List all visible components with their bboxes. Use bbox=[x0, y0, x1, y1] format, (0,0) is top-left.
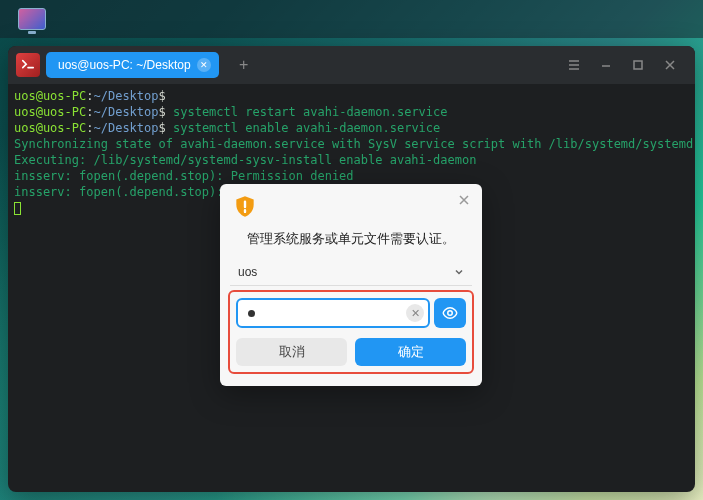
dialog-buttons: 取消 确定 bbox=[236, 338, 466, 366]
terminal-output: Executing: /lib/systemd/systemd-sysv-ins… bbox=[14, 152, 689, 168]
cancel-button[interactable]: 取消 bbox=[236, 338, 347, 366]
desktop-taskbar bbox=[0, 0, 703, 38]
tab-active[interactable]: uos@uos-PC: ~/Desktop ✕ bbox=[46, 52, 219, 78]
desktop-app-icon[interactable] bbox=[18, 8, 46, 30]
close-icon[interactable] bbox=[663, 58, 677, 72]
titlebar: uos@uos-PC: ~/Desktop ✕ + bbox=[8, 46, 695, 84]
minimize-icon[interactable] bbox=[599, 58, 613, 72]
clear-input-icon[interactable]: ✕ bbox=[406, 304, 424, 322]
cursor bbox=[14, 202, 21, 215]
window-controls bbox=[567, 58, 687, 72]
tab-close-icon[interactable]: ✕ bbox=[197, 58, 211, 72]
user-select[interactable]: uos bbox=[230, 258, 472, 286]
terminal-line: uos@uos-PC:~/Desktop$ bbox=[14, 88, 689, 104]
eye-icon bbox=[441, 304, 459, 322]
terminal-line: uos@uos-PC:~/Desktop$ systemctl restart … bbox=[14, 104, 689, 120]
terminal-app-icon bbox=[16, 53, 40, 77]
password-mask-dot bbox=[248, 310, 255, 317]
tab-title: uos@uos-PC: ~/Desktop bbox=[58, 58, 191, 72]
terminal-output: Synchronizing state of avahi-daemon.serv… bbox=[14, 136, 689, 152]
terminal-line: uos@uos-PC:~/Desktop$ systemctl enable a… bbox=[14, 120, 689, 136]
menu-icon[interactable] bbox=[567, 58, 581, 72]
user-select-value: uos bbox=[238, 265, 257, 279]
password-input[interactable]: ✕ bbox=[236, 298, 430, 328]
shield-icon bbox=[232, 194, 258, 220]
svg-point-1 bbox=[448, 311, 453, 316]
chevron-down-icon bbox=[454, 267, 464, 277]
auth-dialog: 管理系统服务或单元文件需要认证。 uos ✕ 取消 确定 bbox=[220, 184, 482, 386]
terminal-output: insserv: fopen(.depend.stop): Permission… bbox=[14, 168, 689, 184]
password-row: ✕ bbox=[236, 298, 466, 328]
ok-button[interactable]: 确定 bbox=[355, 338, 466, 366]
svg-rect-0 bbox=[634, 61, 642, 69]
toggle-password-visibility[interactable] bbox=[434, 298, 466, 328]
dialog-title: 管理系统服务或单元文件需要认证。 bbox=[220, 230, 482, 248]
new-tab-button[interactable]: + bbox=[231, 52, 257, 78]
annotation-highlight: ✕ 取消 确定 bbox=[228, 290, 474, 374]
dialog-close-icon[interactable] bbox=[456, 192, 472, 208]
maximize-icon[interactable] bbox=[631, 58, 645, 72]
